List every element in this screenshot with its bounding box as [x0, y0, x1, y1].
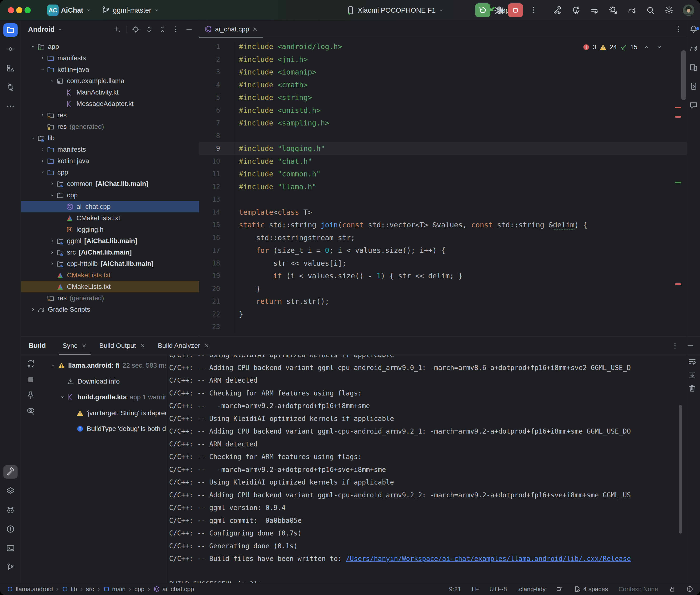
line-number[interactable]: 20: [199, 282, 220, 295]
tool-window-button-problems[interactable]: [3, 522, 18, 536]
console-link[interactable]: /Users/hanyin/Workspace/ai-chat/examples…: [346, 555, 631, 563]
tool-window-button-more-tool-windows[interactable]: [3, 100, 18, 113]
sync-tree-item[interactable]: Download info: [43, 374, 166, 390]
line-number[interactable]: 2: [199, 53, 220, 66]
breadcrumb-item[interactable]: cpp: [134, 586, 144, 593]
error-stripe-mark[interactable]: [675, 116, 681, 118]
tree-item-cpp[interactable]: cpp: [21, 167, 199, 178]
line-number[interactable]: 17: [199, 244, 220, 257]
tool-window-button-structure[interactable]: [3, 61, 18, 75]
status-item-formatter[interactable]: [556, 586, 563, 593]
breadcrumb-item[interactable]: lib: [62, 586, 77, 593]
soft-wrap-icon[interactable]: [688, 357, 697, 366]
build-tab-sync[interactable]: Sync: [56, 337, 93, 355]
locate-file-icon[interactable]: [132, 25, 140, 33]
tree-item-kotlin-java[interactable]: kotlin+java: [21, 64, 199, 75]
line-number[interactable]: 19: [199, 270, 220, 282]
line-number[interactable]: 15: [199, 219, 220, 231]
profiler-button[interactable]: [609, 5, 618, 15]
tree-item-logging-h[interactable]: logging.h: [21, 224, 199, 235]
tree-item-messageadapter-kt[interactable]: MessageAdapter.kt: [21, 98, 199, 110]
error-stripe-mark[interactable]: [675, 283, 681, 285]
collapse-all-icon[interactable]: [159, 25, 167, 33]
pin-icon[interactable]: [26, 391, 35, 400]
project-widget[interactable]: AC AiChat: [47, 0, 92, 21]
tree-item-ggml[interactable]: ggml[AiChat.lib.main]: [21, 235, 199, 247]
sync-tree-item[interactable]: 'jvmTarget: String' is deprec: [43, 405, 166, 421]
line-number[interactable]: 14: [199, 206, 220, 219]
tool-window-button-project[interactable]: [3, 23, 18, 37]
hide-tool-window-icon[interactable]: [686, 342, 694, 350]
gradle-sync-button[interactable]: [627, 5, 637, 15]
line-number[interactable]: 8: [199, 130, 220, 142]
tree-item-cmakelists-txt[interactable]: CMakeLists.txt: [21, 213, 199, 224]
device-selector[interactable]: Xiaomi POCOPHONE F1: [346, 0, 444, 21]
re-sync-icon[interactable]: [26, 359, 35, 369]
tool-window-button-build[interactable]: [3, 465, 18, 479]
line-number[interactable]: 9: [199, 142, 220, 155]
tree-item-manifests[interactable]: manifests: [21, 52, 199, 64]
debug-button[interactable]: [494, 4, 505, 16]
close-icon[interactable]: [252, 26, 258, 32]
tool-window-button-running-devices[interactable]: [688, 81, 700, 91]
line-number[interactable]: 22: [199, 308, 220, 321]
tool-window-button-terminal[interactable]: [3, 541, 18, 555]
breadcrumb-item[interactable]: ai_chat.cpp: [153, 586, 194, 593]
hide-icon[interactable]: [185, 25, 193, 33]
project-view-selector[interactable]: Android: [28, 26, 55, 33]
line-number[interactable]: 7: [199, 117, 220, 130]
tree-item-res[interactable]: res: [21, 110, 199, 121]
breadcrumb-item[interactable]: src: [86, 586, 94, 593]
tool-window-button-device-manager[interactable]: [688, 62, 700, 72]
stop-icon[interactable]: [26, 375, 35, 384]
line-number[interactable]: 12: [199, 180, 220, 193]
error-stripe-mark[interactable]: [675, 107, 681, 108]
line-number[interactable]: 23: [199, 320, 220, 333]
minimize-window-button[interactable]: [16, 7, 22, 13]
tool-window-button-assistant[interactable]: [688, 101, 700, 110]
build-console[interactable]: C/C++: -- Using KleidiAI optimized kerne…: [169, 355, 679, 583]
editor-options-kebab-icon[interactable]: [674, 25, 682, 33]
line-number[interactable]: 16: [199, 231, 220, 244]
close-icon[interactable]: [204, 343, 209, 348]
tool-window-button-commit[interactable]: [3, 42, 18, 56]
options-icon[interactable]: [172, 25, 180, 33]
line-number[interactable]: 1: [199, 40, 220, 53]
tool-window-button-gradle[interactable]: [688, 43, 700, 53]
previous-issue-chevron-icon[interactable]: [643, 43, 650, 51]
close-icon[interactable]: [81, 343, 87, 348]
tree-item-cpp[interactable]: cpp: [21, 190, 199, 201]
ok-stripe-mark[interactable]: [675, 182, 681, 183]
tree-item-src[interactable]: src[AiChat.lib.main]: [21, 247, 199, 258]
sync-tree-item[interactable]: build.gradle.ktsapp 1 warning: [43, 389, 166, 405]
line-number[interactable]: 21: [199, 295, 220, 308]
branch-widget[interactable]: ggml-master: [101, 0, 160, 21]
tool-window-button-pull-requests[interactable]: [3, 81, 18, 94]
sync-tree-item[interactable]: llama.android: fi22 sec, 583 ms: [43, 358, 166, 374]
close-window-button[interactable]: [8, 7, 14, 13]
build-variants-button[interactable]: [590, 5, 599, 15]
line-number[interactable]: 3: [199, 66, 220, 79]
tree-item-manifests[interactable]: manifests: [21, 144, 199, 155]
build-options-kebab-icon[interactable]: [671, 342, 679, 350]
line-number[interactable]: 10: [199, 155, 220, 168]
code-editor[interactable]: 1#include <android/log.h>2#include <jni.…: [199, 38, 687, 333]
line-number[interactable]: 4: [199, 79, 220, 91]
tree-item-res[interactable]: res(generated): [21, 121, 199, 132]
next-issue-chevron-icon[interactable]: [655, 43, 663, 51]
make-project-button[interactable]: [553, 5, 562, 15]
tool-window-button-app-inspection[interactable]: [3, 484, 18, 498]
tab-ai-chat-cpp[interactable]: ai_chat.cpp: [199, 21, 263, 38]
settings-button[interactable]: [664, 5, 674, 15]
status-item-error-outline[interactable]: [686, 586, 693, 593]
line-number[interactable]: 11: [199, 168, 220, 180]
console-scrollbar[interactable]: [679, 405, 682, 534]
tree-item-mainactivity-kt[interactable]: MainActivity.kt: [21, 87, 199, 98]
preview-icon[interactable]: [26, 406, 35, 416]
tree-item-com-example-llama[interactable]: com.example.llama: [21, 75, 199, 87]
line-number[interactable]: 6: [199, 104, 220, 117]
status-item-lock-open[interactable]: [669, 586, 676, 593]
tree-item-cmakelists-txt[interactable]: CMakeLists.txt: [21, 281, 199, 292]
sync-tree-item[interactable]: BuildType 'debug' is both de: [43, 421, 166, 437]
zoom-window-button[interactable]: [25, 7, 31, 13]
